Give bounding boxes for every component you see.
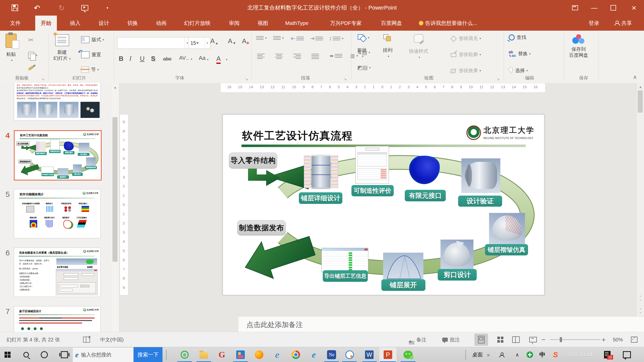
app-icon-file-explorer[interactable] xyxy=(197,347,210,362)
ime-indicator[interactable]: 中 xyxy=(536,347,549,362)
bullets-button[interactable]: ▾ xyxy=(256,35,267,41)
thumbnail-scroll-up-icon[interactable]: ▲ xyxy=(112,84,118,90)
font-color-button[interactable]: A xyxy=(216,55,221,64)
increase-font-size-button[interactable]: A▲ xyxy=(210,37,218,45)
shape-effects-button[interactable]: 形状效果▾ xyxy=(450,67,481,74)
zoom-slider-thumb[interactable] xyxy=(560,337,562,342)
clock[interactable]: 5/10 10:44 xyxy=(564,347,596,362)
distribute-columns-button[interactable]: ⬌ xyxy=(330,53,342,59)
customize-quick-access-icon[interactable]: ▾ xyxy=(103,3,112,13)
close-icon[interactable]: × xyxy=(625,0,642,16)
numbering-button[interactable]: ▾ xyxy=(273,35,284,41)
notes-toggle[interactable]: 备注 xyxy=(409,332,426,347)
share-button[interactable]: 共享 xyxy=(609,16,637,31)
paste-button[interactable]: 粘贴 ▾ xyxy=(6,34,17,63)
notes-pane[interactable]: 点击此处添加备注 xyxy=(238,316,644,332)
tray-people-icon[interactable] xyxy=(495,347,508,362)
slideshow-view-button[interactable] xyxy=(526,334,540,346)
tab-file[interactable]: 文件 xyxy=(5,16,26,31)
app-icon-word[interactable]: W xyxy=(363,347,376,362)
text-shadow-button[interactable]: S xyxy=(151,55,155,63)
replace-button[interactable]: ab↳ac替换▾ xyxy=(509,50,531,57)
ribbon-display-options-icon[interactable] xyxy=(567,0,584,16)
drawing-dialog-launcher[interactable]: ↘ xyxy=(495,76,501,82)
action-center-icon[interactable] xyxy=(620,347,633,362)
tray-sogou-icon[interactable]: S xyxy=(549,347,562,362)
notes-placeholder[interactable]: 点击此处添加备注 xyxy=(247,320,303,330)
section-button[interactable]: 节▾ xyxy=(81,66,99,73)
slide-canvas[interactable]: 软件工艺设计仿真流程 北京理工大学 BEIJING INSTITUTE OF T… xyxy=(223,114,544,295)
thumbnail-slide-7[interactable]: 基于区域铺层设计 北京理工大学 xyxy=(14,306,101,332)
fit-to-window-button[interactable] xyxy=(631,332,637,347)
tab-view[interactable]: 视图 xyxy=(252,16,274,31)
tab-transitions[interactable]: 切换 xyxy=(122,16,143,31)
shapes-button[interactable]: 形状▾ xyxy=(357,34,367,59)
font-dialog-launcher[interactable]: ↘ xyxy=(244,76,250,82)
language-indicator[interactable]: 中文(中国) xyxy=(100,332,124,347)
search-go-button[interactable]: 搜索一下 xyxy=(134,347,163,362)
align-left-button[interactable] xyxy=(257,53,265,60)
decrease-font-size-button[interactable]: A▼ xyxy=(228,37,236,45)
font-name-combobox[interactable]: ▾ xyxy=(117,37,190,49)
app-icon-internet-explorer[interactable]: e xyxy=(271,347,284,362)
redo-icon[interactable]: ↻ xyxy=(57,3,66,13)
strikethrough-button[interactable]: abc xyxy=(163,56,172,62)
next-slide-button[interactable]: ⌄⌄ xyxy=(637,307,644,313)
save-icon[interactable] xyxy=(10,3,20,13)
align-right-button[interactable] xyxy=(293,53,301,60)
tab-insert[interactable]: 插入 xyxy=(64,16,86,31)
clear-formatting-button[interactable]: A◆ xyxy=(242,37,249,45)
thumbnail-slide-6[interactable]: 实体创建基本几何要素（模具型面生成） 北京理工大学 基本几何要素包括：贴模面、边… xyxy=(14,248,101,297)
main-scroll-up-icon[interactable]: ▲ xyxy=(637,83,644,90)
clipboard-dialog-launcher[interactable]: ↘ xyxy=(40,76,46,82)
tab-wondershare-pdf[interactable]: 万兴PDF专家 xyxy=(325,16,367,31)
format-painter-button[interactable] xyxy=(28,67,34,69)
maximize-icon[interactable] xyxy=(605,0,622,16)
tab-home[interactable]: 开始 xyxy=(35,16,57,31)
tray-antivirus-icon[interactable] xyxy=(523,347,536,362)
comments-toggle[interactable]: 批注 xyxy=(442,332,460,347)
app-icon-360-browser[interactable]: e xyxy=(178,347,191,362)
sign-in-link[interactable]: 登录 xyxy=(583,16,605,31)
tab-baidu-netdisk[interactable]: 百度网盘 xyxy=(375,16,408,31)
thumbnail-scrollbar-thumb[interactable] xyxy=(112,117,117,262)
cortana-icon[interactable] xyxy=(38,347,51,362)
app-icon-g[interactable]: G xyxy=(215,347,228,362)
thumbnail-slide-5[interactable]: 软件功能模块简介 北京理工大学 实体创建基本几何要素 铺层设计 可制造性评价 有… xyxy=(14,189,101,238)
taskbar-search-icon[interactable] xyxy=(20,347,33,362)
previous-slide-button[interactable]: ⌃⌃ xyxy=(637,296,644,302)
normal-view-button[interactable] xyxy=(474,334,488,346)
tab-design[interactable]: 设计 xyxy=(93,16,115,31)
thumbnail-slide-3[interactable]: 复杂、性能分散性大、数据量大等问题，其产品和工艺设计复杂、繁琐、效率低，因此，采… xyxy=(14,83,101,121)
save-to-baidu-button[interactable]: 保存到 百度网盘 xyxy=(569,34,588,58)
zoom-percentage[interactable]: 50% xyxy=(613,332,623,347)
increase-indent-button[interactable]: ⇥ xyxy=(310,35,323,42)
undo-icon[interactable]: ↶ xyxy=(32,3,42,13)
layout-button[interactable]: 版式▾ xyxy=(81,36,104,43)
shape-fill-button[interactable]: 形状填充▾ xyxy=(450,35,481,42)
find-button[interactable]: 查找 xyxy=(509,34,526,41)
underline-button[interactable]: U xyxy=(140,55,145,63)
tab-review[interactable]: 审阅 xyxy=(223,16,245,31)
select-button[interactable]: 选择▾ xyxy=(509,67,528,74)
main-scrollbar[interactable]: ▲ ⌃⌃ ⌄⌄ xyxy=(637,83,644,316)
app-icon-wechat[interactable] xyxy=(401,347,415,362)
slide-sorter-view-button[interactable] xyxy=(494,334,507,346)
paragraph-dialog-launcher[interactable]: ↘ xyxy=(342,76,348,82)
character-spacing-button[interactable]: AV↔▾ xyxy=(179,55,192,61)
line-spacing-button[interactable]: ↕▾ xyxy=(329,35,343,42)
align-center-button[interactable] xyxy=(275,53,283,60)
thumbnail-slide-4[interactable]: 软件工艺设计仿真流程 北京理工大学 导入零件结构 制造数据发布 xyxy=(14,130,102,180)
app-icon-chrome[interactable] xyxy=(289,347,302,362)
bold-button[interactable]: B xyxy=(119,55,124,63)
zoom-out-button[interactable]: − xyxy=(541,332,545,347)
editing-canvas[interactable]: 1615141312111098765432101234567891011121… xyxy=(119,83,644,332)
copy-button[interactable]: ▾ xyxy=(28,52,37,59)
tray-hidden-icons-chevron[interactable]: ∧ xyxy=(511,347,524,362)
zoom-in-button[interactable]: + xyxy=(602,332,606,347)
start-slideshow-icon[interactable] xyxy=(80,3,90,13)
reset-button[interactable]: 重置 xyxy=(81,51,101,58)
arrange-button[interactable]: 排列▾ xyxy=(383,34,392,59)
zoom-slider-track[interactable] xyxy=(550,339,600,340)
spellcheck-icon[interactable] xyxy=(83,332,90,347)
